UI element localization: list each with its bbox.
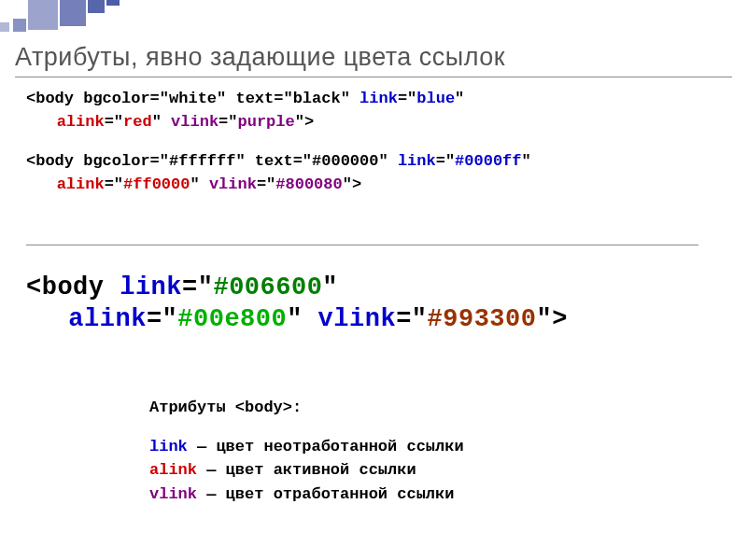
attr-vlink-desc: — цвет отработанной ссылки	[197, 485, 454, 503]
value-bright-green-hex: #00e800	[177, 305, 287, 333]
value-red: red	[123, 113, 152, 131]
attr-link: link	[120, 273, 182, 301]
code-line: <body bgcolor="#ffffff" text="#000000" l…	[26, 150, 531, 174]
code-text: "	[322, 273, 338, 301]
code-text: ="	[396, 305, 427, 333]
code-text: "	[455, 90, 464, 107]
code-text: <body	[26, 273, 120, 301]
attr-vlink: vlink	[209, 175, 257, 193]
code-text: ="	[257, 175, 275, 193]
attr-alink: alink	[57, 175, 105, 193]
attr-link-desc: — цвет неотработанной ссылки	[188, 438, 464, 455]
code-line: <body bgcolor="white" text="black" link=…	[26, 88, 531, 111]
code-text: ="	[147, 305, 177, 333]
attr-link: link	[359, 90, 398, 107]
attr-desc-line: link — цвет неотработанной ссылки	[149, 435, 464, 459]
attr-link-name: link	[149, 438, 188, 455]
code-text: <body bgcolor="white" text="black"	[26, 90, 359, 107]
value-blue: blue	[416, 90, 455, 107]
code-line: <body link="#006600"	[26, 273, 568, 304]
attr-alink-name: alink	[149, 461, 197, 479]
title-underline	[15, 77, 732, 77]
code-text: "	[287, 305, 317, 333]
value-red-hex: #ff0000	[123, 175, 190, 193]
code-line: alink="#00e800" vlink="#993300">	[26, 304, 568, 336]
code-text: ="	[182, 273, 213, 301]
attr-link: link	[398, 152, 436, 170]
attr-heading: Атрибуты <body>:	[149, 396, 464, 420]
attribute-descriptions: Атрибуты <body>: link — цвет неотработан…	[149, 396, 464, 506]
code-text: ="	[218, 113, 237, 131]
code-example-large: <body link="#006600" alink="#00e800" vli…	[26, 273, 568, 336]
code-text: "	[522, 152, 531, 170]
attr-alink: alink	[57, 113, 105, 131]
value-purple-hex: #800080	[275, 175, 342, 193]
attr-desc-line: vlink — цвет отработанной ссылки	[149, 483, 464, 507]
code-text: <body bgcolor="#ffffff" text="#000000"	[26, 152, 398, 170]
value-blue-hex: #0000ff	[455, 152, 521, 170]
code-text: ">	[295, 113, 314, 131]
code-text: "	[152, 113, 171, 131]
page-title: Атрибуты, явно задающие цвета ссылок	[15, 43, 505, 72]
attr-alink: alink	[68, 305, 147, 333]
code-text: ="	[398, 90, 416, 107]
value-brown-hex: #993300	[428, 305, 537, 333]
code-text: ="	[105, 175, 123, 193]
code-text: ="	[436, 152, 455, 170]
attr-vlink: vlink	[318, 305, 397, 333]
code-line: alink="red" vlink="purple">	[26, 111, 531, 134]
separator-line	[26, 245, 698, 245]
code-line: alink="#ff0000" vlink="#800080">	[26, 174, 531, 197]
attr-vlink: vlink	[171, 113, 218, 131]
attr-desc-line: alink — цвет активной ссылки	[149, 458, 464, 483]
attr-vlink-name: vlink	[149, 485, 197, 503]
attr-alink-desc: — цвет активной ссылки	[197, 461, 416, 479]
code-text: "	[190, 175, 208, 193]
value-green-hex: #006600	[213, 273, 322, 301]
code-example-small: <body bgcolor="white" text="black" link=…	[26, 88, 531, 197]
code-text: ">	[343, 175, 361, 193]
value-purple: purple	[238, 113, 295, 131]
code-text: ="	[105, 113, 123, 131]
code-text: ">	[536, 305, 567, 333]
decorative-squares	[0, 0, 149, 37]
